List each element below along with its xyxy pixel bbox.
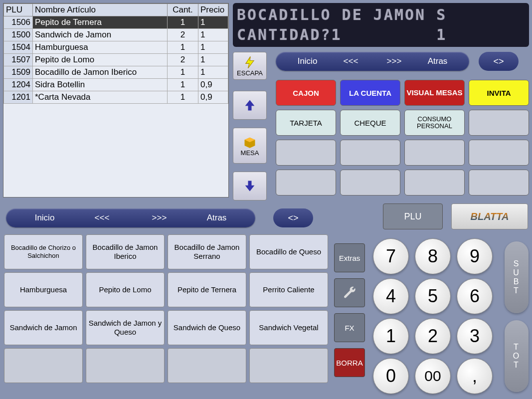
action-grid: CAJON LA CUENTA VISUAL MESAS INVITA TARJ… [276, 80, 529, 200]
box-icon [243, 135, 257, 149]
product-empty[interactable] [249, 348, 328, 383]
key-2[interactable]: 2 [415, 318, 451, 354]
key-3[interactable]: 3 [457, 318, 493, 354]
action-empty[interactable] [404, 140, 465, 166]
nav-atras[interactable]: Atras [188, 213, 245, 223]
nav-prev[interactable]: <<< [73, 213, 131, 223]
product-empty[interactable] [168, 348, 246, 383]
extras-button[interactable]: Extras [334, 243, 365, 272]
subt-button[interactable]: SUBT [505, 241, 529, 313]
settings-button[interactable] [334, 278, 365, 307]
table-row[interactable]: 1506Pepito de Ternera11 [4, 16, 228, 29]
key-1[interactable]: 1 [373, 318, 409, 354]
action-empty[interactable] [276, 140, 336, 166]
led-display: BOCADILLO DE JAMON S CANTIDAD?1 1 [233, 3, 529, 47]
action-empty[interactable] [340, 170, 400, 196]
product-empty[interactable] [4, 348, 83, 383]
table-row[interactable]: 1204Sidra Botellin10,9 [4, 79, 228, 91]
nav-swap[interactable]: <> [479, 52, 519, 71]
invita-button[interactable]: INVITA [469, 80, 529, 106]
product-button[interactable]: Bocadillo de Jamon Serrano [168, 234, 246, 269]
arrow-up-icon [243, 98, 257, 112]
action-empty[interactable] [404, 170, 465, 196]
plu-button[interactable]: PLU [383, 203, 443, 229]
table-row[interactable]: 1507Pepito de Lomo21 [4, 54, 228, 66]
tarjeta-button[interactable]: TARJETA [276, 110, 336, 136]
nav-inicio[interactable]: Inicio [16, 213, 73, 223]
table-row[interactable]: 1509Bocadillo de Jamon Iberico11 [4, 66, 228, 79]
scroll-up-button[interactable] [233, 91, 267, 120]
product-empty[interactable] [86, 348, 165, 383]
product-button[interactable]: Hamburguesa [4, 272, 83, 307]
key-9[interactable]: 9 [457, 238, 493, 274]
action-empty[interactable] [340, 140, 400, 166]
tot-button[interactable]: TOT [505, 320, 529, 392]
scroll-down-button[interactable] [233, 172, 267, 200]
action-empty[interactable] [276, 170, 336, 196]
product-button[interactable]: Sandwich de Queso [168, 310, 246, 345]
mesa-button[interactable]: MESA [233, 128, 267, 164]
key-comma[interactable]: , [457, 358, 493, 394]
nav-prev[interactable]: <<< [329, 56, 372, 66]
bottom-nav-pill: Inicio <<< >>> Atras [6, 208, 255, 227]
product-button[interactable]: Sandwich Vegetal [249, 310, 328, 345]
product-button[interactable]: Sandwich de Jamon y Queso [86, 310, 165, 345]
display-line-2: CANTIDAD?1 1 [237, 25, 525, 45]
escapa-button[interactable]: ESCAPA [233, 52, 267, 80]
lightning-icon [243, 55, 257, 69]
nav-next[interactable]: >>> [372, 56, 416, 66]
table-header: PLU Nombre Artículo Cant. Precio [4, 4, 228, 16]
product-button[interactable]: Pepito de Lomo [86, 272, 165, 307]
product-button[interactable]: Bocadillo de Chorizo o Salchichon [4, 234, 83, 269]
product-button[interactable]: Pepito de Ternera [168, 272, 246, 307]
key-6[interactable]: 6 [457, 278, 493, 314]
nav-next[interactable]: >>> [131, 213, 188, 223]
fx-button[interactable]: FX [334, 313, 365, 342]
key-4[interactable]: 4 [373, 278, 409, 314]
side-column: Extras FX BORRA [334, 243, 365, 383]
action-empty[interactable] [469, 110, 529, 136]
consumo-button[interactable]: CONSUMO PERSONAL [404, 110, 465, 136]
cuenta-button[interactable]: LA CUENTA [340, 80, 400, 106]
order-table: PLU Nombre Artículo Cant. Precio 1506Pep… [3, 3, 229, 198]
cheque-button[interactable]: CHEQUE [340, 110, 400, 136]
table-row[interactable]: 1201*Carta Nevada10,9 [4, 91, 228, 104]
wrench-icon [343, 286, 356, 300]
cajon-button[interactable]: CAJON [276, 80, 336, 106]
arrow-down-icon [243, 179, 257, 193]
key-8[interactable]: 8 [415, 238, 451, 274]
table-row[interactable]: 1504Hamburguesa11 [4, 41, 228, 54]
nav-atras[interactable]: Atras [416, 56, 459, 66]
top-nav-pill: Inicio <<< >>> Atras [276, 52, 469, 71]
key-7[interactable]: 7 [373, 238, 409, 274]
product-button[interactable]: Bocadillo de Queso [249, 234, 328, 269]
product-button[interactable]: Sandwich de Jamon [4, 310, 83, 345]
nav-swap[interactable]: <> [273, 208, 313, 227]
key-00[interactable]: 00 [415, 358, 451, 394]
key-0[interactable]: 0 [373, 358, 409, 394]
borra-button[interactable]: BORRA [334, 348, 365, 377]
product-button[interactable]: Perrito Caliente [249, 272, 328, 307]
display-line-1: BOCADILLO DE JAMON S [237, 5, 525, 25]
product-button[interactable]: Bocadillo de Jamon Iberico [86, 234, 165, 269]
action-empty[interactable] [469, 140, 529, 166]
table-row[interactable]: 1500Sandwich de Jamon21 [4, 29, 228, 41]
visual-mesas-button[interactable]: VISUAL MESAS [404, 80, 465, 106]
logo: BLATTA [451, 203, 528, 229]
nav-inicio[interactable]: Inicio [286, 56, 329, 66]
key-5[interactable]: 5 [415, 278, 451, 314]
product-grid: Bocadillo de Chorizo o SalchichonBocadil… [4, 234, 328, 386]
action-empty[interactable] [469, 170, 529, 196]
